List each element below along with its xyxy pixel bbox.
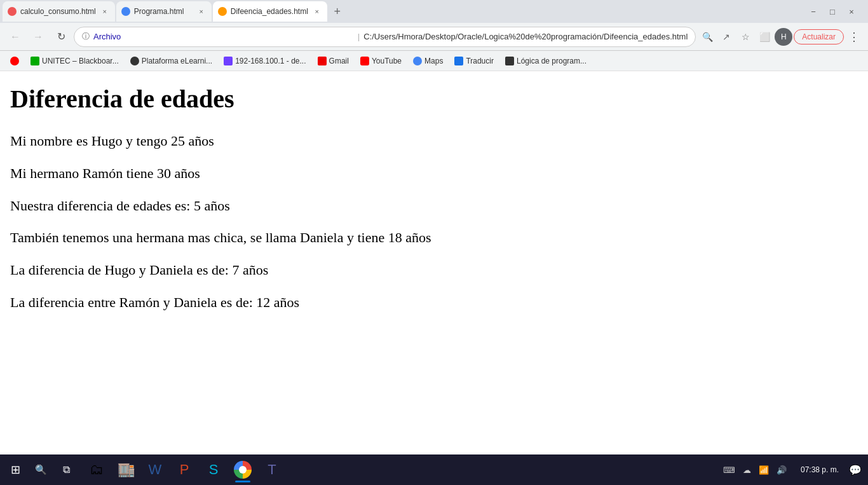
taskbar-app-word[interactable]: W bbox=[141, 456, 169, 484]
page-content: Diferencia de edades Mi nombre es Hugo y… bbox=[0, 71, 868, 454]
taskbar-app-store[interactable]: 🏬 bbox=[112, 456, 140, 484]
chrome-icon bbox=[234, 461, 252, 479]
unitec-favicon bbox=[31, 57, 39, 65]
url-scheme: Archivo bbox=[93, 32, 354, 41]
tab-calculo[interactable]: calculo_consumo.html × bbox=[3, 1, 115, 22]
bookmark-yt-icon[interactable] bbox=[5, 55, 24, 67]
tab-favicon-3 bbox=[218, 7, 227, 16]
taskbar-app-files[interactable]: 🗂 bbox=[83, 456, 111, 484]
url-bar[interactable]: ⓘ Archivo | C:/Users/Hmora/Desktop/Oracl… bbox=[74, 27, 696, 47]
url-separator: | bbox=[358, 32, 360, 41]
taskbar-tray: ⌨ ☁ 📶 🔊 bbox=[715, 464, 794, 476]
192-favicon bbox=[224, 57, 233, 65]
bookmark-youtube[interactable]: YouTube bbox=[355, 55, 407, 67]
bookmark-plataforma-label: Plataforma eLearni... bbox=[142, 57, 212, 65]
para-4: También tenemos una hermana mas chica, s… bbox=[10, 228, 858, 248]
lock-icon: ⓘ bbox=[82, 31, 90, 42]
tray-network[interactable]: 📶 bbox=[756, 464, 771, 476]
para-3: Nuestra diferencia de edades es: 5 años bbox=[10, 196, 858, 216]
maps-favicon bbox=[413, 57, 422, 65]
taskbar-search[interactable]: 🔍 bbox=[29, 458, 52, 481]
menu-button[interactable]: ⋮ bbox=[845, 28, 863, 46]
bookmark-plataforma[interactable]: Plataforma eLearni... bbox=[125, 55, 217, 67]
taskbar-app-s[interactable]: S bbox=[200, 456, 227, 484]
tab-close-1[interactable]: × bbox=[100, 6, 110, 17]
tray-cloud[interactable]: ☁ bbox=[740, 464, 754, 476]
reload-button[interactable]: ↻ bbox=[51, 27, 71, 47]
browser-window: calculo_consumo.html × Programa.html × D… bbox=[0, 0, 868, 485]
bookmark-translate[interactable]: Traducir bbox=[449, 55, 499, 67]
split-screen-icon[interactable]: ⬜ bbox=[756, 28, 773, 46]
close-button[interactable]: × bbox=[843, 3, 860, 20]
taskbar-taskview[interactable]: ⧉ bbox=[53, 457, 79, 482]
maximize-button[interactable]: □ bbox=[824, 3, 841, 20]
logica-favicon bbox=[505, 57, 514, 65]
tab-bar: calculo_consumo.html × Programa.html × D… bbox=[0, 0, 868, 23]
bookmark-translate-label: Traducir bbox=[466, 57, 494, 65]
plataforma-favicon bbox=[130, 57, 139, 65]
search-icon[interactable]: 🔍 bbox=[698, 28, 716, 46]
taskbar-app-ppt[interactable]: P bbox=[170, 456, 198, 484]
back-button[interactable]: ← bbox=[5, 27, 25, 47]
taskbar-app-teams[interactable]: T bbox=[258, 456, 286, 484]
bookmark-icon[interactable]: ☆ bbox=[736, 28, 754, 46]
tab-title-3: Difeencia_edades.html bbox=[231, 7, 308, 16]
tray-volume[interactable]: 🔊 bbox=[774, 464, 789, 476]
taskbar-clock[interactable]: 07:38 p. m. bbox=[796, 465, 844, 475]
youtube-favicon bbox=[360, 57, 369, 65]
translate-favicon bbox=[454, 57, 463, 65]
bookmark-192[interactable]: 192-168.100.1 - de... bbox=[219, 55, 311, 67]
yt-circle-icon bbox=[10, 57, 19, 65]
gmail-favicon bbox=[318, 57, 327, 65]
para-6: La diferencia entre Ramón y Daniela es d… bbox=[10, 293, 858, 313]
bookmark-youtube-label: YouTube bbox=[372, 57, 402, 65]
tab-favicon-2 bbox=[121, 7, 130, 16]
share-icon[interactable]: ↗ bbox=[717, 28, 735, 46]
start-button[interactable]: ⊞ bbox=[3, 457, 28, 482]
para-5: La diferencia de Hugo y Daniela es de: 7… bbox=[10, 261, 858, 280]
address-bar: ← → ↻ ⓘ Archivo | C:/Users/Hmora/Desktop… bbox=[0, 23, 868, 51]
tab-title-1: calculo_consumo.html bbox=[20, 7, 96, 16]
clock-time: 07:38 p. m. bbox=[801, 465, 839, 475]
para-2: Mi hermano Ramón tiene 30 años bbox=[10, 164, 858, 184]
bookmark-gmail-label: Gmail bbox=[329, 57, 349, 65]
tab-title-2: Programa.html bbox=[134, 7, 193, 16]
forward-button[interactable]: → bbox=[28, 27, 48, 47]
taskbar: ⊞ 🔍 ⧉ 🗂 🏬 W P S T bbox=[0, 454, 868, 485]
para-1: Mi nombre es Hugo y tengo 25 años bbox=[10, 132, 858, 151]
minimize-button[interactable]: − bbox=[804, 3, 822, 20]
bookmark-maps-label: Maps bbox=[424, 57, 443, 65]
tab-diferencia[interactable]: Difeencia_edades.html × bbox=[213, 1, 327, 22]
new-tab-button[interactable]: + bbox=[329, 3, 346, 20]
url-actions: 🔍 ↗ ☆ ⬜ H Actualizar ⋮ bbox=[698, 28, 863, 46]
bookmark-unitec[interactable]: UNITEC – Blackboar... bbox=[25, 55, 124, 67]
bookmarks-bar: UNITEC – Blackboar... Plataforma eLearni… bbox=[0, 51, 868, 71]
tab-programa[interactable]: Programa.html × bbox=[116, 1, 212, 22]
update-button[interactable]: Actualizar bbox=[794, 29, 844, 44]
tray-keyboard[interactable]: ⌨ bbox=[721, 464, 738, 476]
window-controls: − □ × bbox=[804, 3, 865, 20]
tab-close-2[interactable]: × bbox=[196, 6, 207, 17]
profile-button[interactable]: H bbox=[775, 28, 792, 46]
tab-close-3[interactable]: × bbox=[312, 6, 322, 17]
bookmark-gmail[interactable]: Gmail bbox=[313, 55, 354, 67]
url-path: C:/Users/Hmora/Desktop/Oracle/Logica%20d… bbox=[363, 32, 688, 41]
taskbar-apps: 🗂 🏬 W P S T bbox=[83, 456, 286, 484]
bookmark-unitec-label: UNITEC – Blackboar... bbox=[42, 57, 119, 65]
bookmark-maps[interactable]: Maps bbox=[408, 55, 448, 67]
taskbar-app-chrome[interactable] bbox=[229, 456, 257, 484]
page-title: Diferencia de edades bbox=[10, 84, 858, 114]
bookmark-logica[interactable]: Lógica de program... bbox=[500, 55, 592, 67]
bookmark-192-label: 192-168.100.1 - de... bbox=[235, 57, 306, 65]
tab-favicon-1 bbox=[8, 7, 17, 16]
notification-button[interactable]: 💬 bbox=[845, 460, 865, 480]
bookmark-logica-label: Lógica de program... bbox=[517, 57, 587, 65]
